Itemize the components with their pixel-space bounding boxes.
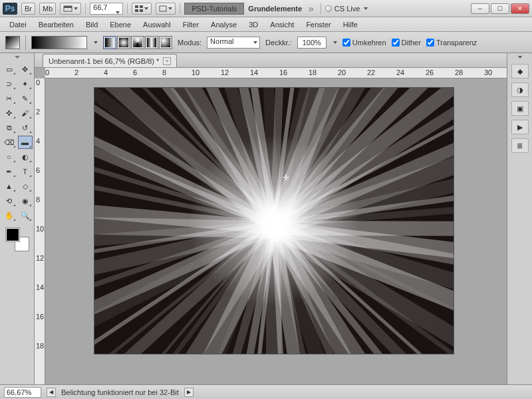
- toolbox-collapse[interactable]: [4, 56, 31, 61]
- tool-3d-rotate[interactable]: ⟲: [2, 194, 17, 207]
- bridge-button[interactable]: Br: [21, 3, 35, 15]
- gradient-diamond[interactable]: [159, 36, 172, 49]
- svg-rect-1: [64, 6, 72, 8]
- menu-datei[interactable]: Datei: [4, 19, 32, 30]
- transparency-checkbox[interactable]: Transparenz: [426, 39, 477, 47]
- menu-bild[interactable]: Bild: [80, 19, 103, 30]
- tool-type[interactable]: T: [18, 165, 33, 178]
- svg-rect-2: [135, 5, 138, 8]
- tool-move[interactable]: ✥: [18, 63, 33, 76]
- canvas-viewport[interactable]: ✛: [45, 78, 507, 384]
- window-maximize[interactable]: ☐: [491, 3, 509, 14]
- options-bar: Modus: Normal Deckkr.: 100% Umkehren Dit…: [0, 32, 532, 53]
- tool-dodge[interactable]: ◐: [18, 150, 33, 164]
- ps-logo: Ps: [3, 3, 17, 15]
- svg-rect-4: [135, 9, 138, 12]
- workspace-name[interactable]: Grundelemente: [248, 5, 302, 13]
- gradient-linear[interactable]: [103, 36, 116, 49]
- radial-glow: [188, 134, 360, 307]
- mode-label: Modus:: [178, 39, 201, 47]
- ruler-horizontal: 024681012141618202224262830: [45, 68, 507, 78]
- window-close[interactable]: ✕: [511, 3, 529, 14]
- status-zoom[interactable]: 66,67%: [4, 387, 41, 398]
- layers-icon[interactable]: ▣: [511, 101, 529, 116]
- tool-healing[interactable]: ✜: [2, 106, 17, 120]
- menu-ebene[interactable]: Ebene: [104, 19, 136, 30]
- tool-zoom[interactable]: 🔍: [18, 209, 33, 222]
- color-swatches[interactable]: [5, 227, 29, 251]
- panel-collapse[interactable]: [513, 56, 527, 60]
- gradient-dropdown[interactable]: [94, 41, 98, 44]
- gradient-type-group: [103, 36, 172, 49]
- tool-history-brush[interactable]: ↺: [18, 121, 33, 134]
- menubar: DateiBearbeitenBildEbeneAuswahlFilterAna…: [0, 17, 532, 32]
- cs-live-button[interactable]: CS Live: [325, 5, 368, 13]
- canvas-area: Unbenannt-1 bei 66,7% (RGB/8) * × 024681…: [35, 53, 507, 384]
- opacity-slider-toggle[interactable]: [333, 41, 337, 44]
- tool-hand[interactable]: ✋: [2, 209, 17, 222]
- svg-rect-6: [160, 6, 166, 11]
- svg-rect-3: [140, 5, 143, 8]
- panel-dock: ◆◑▣▶≣: [507, 53, 532, 384]
- document-tab[interactable]: Unbenannt-1 bei 66,7% (RGB/8) * ×: [43, 54, 177, 67]
- tool-path-select[interactable]: ▲: [2, 180, 17, 193]
- foreground-swatch[interactable]: [5, 227, 20, 242]
- tool-shape[interactable]: ◇: [18, 180, 33, 193]
- tool-magic-wand[interactable]: ✦: [18, 77, 33, 90]
- chevron-right-icon[interactable]: »: [309, 3, 314, 14]
- menu-ansicht[interactable]: Ansicht: [265, 19, 299, 30]
- menu-3d[interactable]: 3D: [243, 19, 263, 30]
- toolbox: ▭✥⊃✦✂✎✜🖌⧉↺⌫▬○◐✒T▲◇⟲◉✋🔍: [0, 53, 35, 384]
- arrange-grid-button[interactable]: [132, 3, 152, 15]
- zoom-input[interactable]: 66,7: [90, 3, 123, 15]
- ruler-vertical: 024681012141618: [35, 78, 45, 384]
- gradient-tool-icon[interactable]: [5, 36, 20, 49]
- menu-fenster[interactable]: Fenster: [301, 19, 336, 30]
- color-icon[interactable]: ◆: [511, 64, 529, 78]
- opacity-field[interactable]: 100%: [297, 37, 327, 49]
- blend-mode-select[interactable]: Normal: [207, 37, 260, 49]
- tool-lasso[interactable]: ⊃: [2, 77, 17, 90]
- tool-eraser[interactable]: ⌫: [2, 136, 17, 149]
- doc-tab-row: Unbenannt-1 bei 66,7% (RGB/8) * ×: [35, 53, 507, 68]
- status-prev[interactable]: ◀: [47, 388, 56, 397]
- tool-3d-orbit[interactable]: ◉: [18, 194, 33, 207]
- document-title: Unbenannt-1 bei 66,7% (RGB/8) *: [49, 57, 159, 65]
- gradient-reflected[interactable]: [145, 36, 158, 49]
- actions-icon[interactable]: ▶: [511, 120, 529, 134]
- statusbar: 66,67% ◀ Belichtung funktioniert nur bei…: [0, 384, 532, 399]
- tool-blur[interactable]: ○: [2, 150, 17, 164]
- dither-checkbox[interactable]: Dither: [392, 39, 421, 47]
- minibridge-button[interactable]: Mb: [39, 3, 56, 15]
- tool-crop[interactable]: ✂: [2, 92, 17, 105]
- opacity-label: Deckkr.:: [265, 39, 292, 47]
- status-message: Belichtung funktioniert nur bei 32-Bit: [61, 388, 179, 396]
- tool-eyedropper[interactable]: ✎: [18, 92, 33, 105]
- history-icon[interactable]: ≣: [511, 138, 529, 153]
- adjustments-icon[interactable]: ◑: [511, 82, 529, 97]
- menu-analyse[interactable]: Analyse: [205, 19, 242, 30]
- close-tab-icon[interactable]: ×: [163, 57, 171, 65]
- tool-rect-marquee[interactable]: ▭: [2, 63, 17, 76]
- window-minimize[interactable]: ─: [471, 3, 489, 14]
- arrange-doc-button[interactable]: [156, 3, 176, 15]
- menu-filter[interactable]: Filter: [178, 19, 204, 30]
- tool-brush[interactable]: 🖌: [18, 106, 33, 120]
- gradient-picker[interactable]: [31, 36, 87, 49]
- tool-gradient[interactable]: ▬: [18, 136, 33, 149]
- svg-rect-5: [140, 9, 143, 12]
- workspace: ▭✥⊃✦✂✎✜🖌⧉↺⌫▬○◐✒T▲◇⟲◉✋🔍 Unbenannt-1 bei 6…: [0, 53, 532, 384]
- tool-pen[interactable]: ✒: [2, 165, 17, 178]
- menu-bearbeiten[interactable]: Bearbeiten: [33, 19, 79, 30]
- menu-hilfe[interactable]: Hilfe: [338, 19, 363, 30]
- gradient-radial[interactable]: [117, 36, 130, 49]
- menu-auswahl[interactable]: Auswahl: [138, 19, 176, 30]
- gradient-angle[interactable]: [131, 36, 144, 49]
- status-next[interactable]: ▶: [184, 388, 194, 397]
- screen-mode-button[interactable]: [60, 3, 81, 15]
- titlebar: Ps Br Mb 66,7 PSD-Tutorials Grundelement…: [0, 0, 532, 17]
- artboard[interactable]: ✛: [94, 88, 454, 354]
- reverse-checkbox[interactable]: Umkehren: [342, 39, 386, 47]
- workspace-tab[interactable]: PSD-Tutorials: [184, 3, 244, 15]
- tool-stamp[interactable]: ⧉: [2, 121, 17, 134]
